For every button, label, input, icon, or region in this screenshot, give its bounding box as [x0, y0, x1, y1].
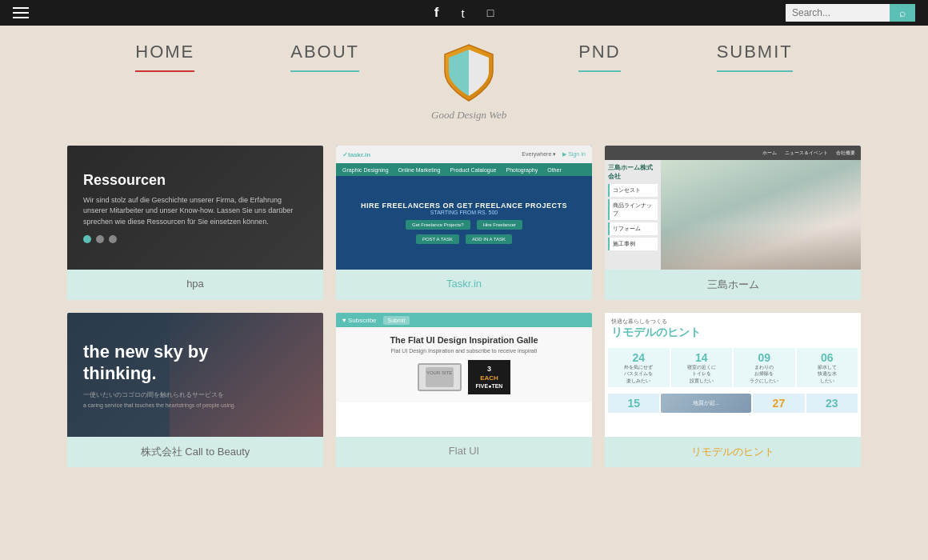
nav-label-pnd: PND: [578, 42, 620, 70]
card-title-flatui: Flat UI: [336, 437, 592, 465]
search-input[interactable]: [786, 4, 890, 22]
site-logo[interactable]: Good Design Web: [407, 42, 530, 122]
nav-item-submit[interactable]: SUBMIT: [669, 42, 841, 72]
ctb-sub: 一使いたいのコゴロの間を触れられるサービスを: [83, 390, 307, 399]
facebook-icon[interactable]: f: [434, 5, 439, 21]
logo-text: Good Design Web: [431, 109, 506, 122]
grid-row-1: Ressourcen Wir sind stolz auf die Geschi…: [48, 146, 880, 300]
taskr-headline: HIRE FREELANCERS OR GET FREELANCE PROJEC…: [361, 202, 567, 210]
taskr-sub: STARTING FROM RS. 500: [430, 210, 498, 215]
card-image-flatui: ♥ Subscribe Submit The Flat UI Design In…: [336, 313, 592, 437]
topbar-social-icons: f t □: [434, 5, 494, 21]
card-title-mishima: 三島ホーム: [605, 270, 861, 300]
card-title-calltobeauty: 株式会社 Call to Beauty: [67, 437, 323, 467]
search-button[interactable]: ⌕: [890, 4, 915, 22]
ctb-headline: the new sky by thinking.: [83, 342, 307, 384]
search-area: ⌕: [786, 4, 915, 22]
card-flatui[interactable]: ♥ Subscribe Submit The Flat UI Design In…: [336, 313, 592, 467]
nav-underline-pnd: [578, 70, 620, 72]
card-image-mishima: ホーム ニュース＆イベント 会社概要 三島ホーム株式会社 コンセスト 商品ライン…: [605, 146, 861, 270]
card-mishima[interactable]: ホーム ニュース＆イベント 会社概要 三島ホーム株式会社 コンセスト 商品ライン…: [605, 146, 861, 300]
twitter-icon[interactable]: t: [462, 6, 465, 20]
card-image-taskr: ✓taskr.in Everywhere ▾ ▶ Sign In Graphic…: [336, 146, 592, 270]
card-grid: Ressourcen Wir sind stolz auf die Geschi…: [0, 130, 928, 483]
rss-icon[interactable]: □: [487, 6, 494, 19]
hpa-headline: Ressourcen: [83, 172, 307, 189]
nav-label-submit: SUBMIT: [717, 42, 793, 70]
card-remodel[interactable]: 快適な暮らしをつくる リモデルのヒント 24 外を気にせずバスタイムを楽しみたい…: [605, 313, 861, 467]
hpa-body: Wir sind stolz auf die Geschichte unsere…: [83, 195, 307, 228]
nav-item-about[interactable]: ABOUT: [242, 42, 407, 72]
nav-label-home: HOME: [135, 42, 194, 70]
card-image-remodel: 快適な暮らしをつくる リモデルのヒント 24 外を気にせずバスタイムを楽しみたい…: [605, 313, 861, 437]
nav-label-about: ABOUT: [290, 42, 359, 70]
card-title-remodel: リモデルのヒント: [605, 437, 861, 467]
card-hpa[interactable]: Ressourcen Wir sind stolz auf die Geschi…: [67, 146, 323, 300]
flatui-desc: Flat UI Design Inspiration and subscribe…: [344, 348, 584, 354]
main-nav: HOME ABOUT Good Design Web PND SUB: [0, 26, 928, 130]
remodel-title: リモデルのヒント: [611, 326, 854, 340]
card-taskr[interactable]: ✓taskr.in Everywhere ▾ ▶ Sign In Graphic…: [336, 146, 592, 300]
grid-row-2: the new sky by thinking. 一使いたいのコゴロの間を触れら…: [48, 313, 880, 467]
nav-underline-submit: [717, 70, 793, 72]
topbar-left: [13, 7, 29, 18]
nav-item-home[interactable]: HOME: [87, 42, 242, 72]
topbar: f t □ ⌕: [0, 0, 928, 26]
flatui-heading: The Flat UI Design Inspiration Galle: [344, 335, 584, 345]
nav-underline-home: [135, 70, 194, 72]
card-calltobeauty[interactable]: the new sky by thinking. 一使いたいのコゴロの間を触れら…: [67, 313, 323, 467]
card-image-calltobeauty: the new sky by thinking. 一使いたいのコゴロの間を触れら…: [67, 313, 323, 437]
card-image-hpa: Ressourcen Wir sind stolz auf die Geschi…: [67, 146, 323, 270]
hamburger-menu-icon[interactable]: [13, 7, 29, 18]
nav-underline-about: [290, 70, 359, 72]
nav-item-pnd[interactable]: PND: [530, 42, 668, 72]
shield-logo-icon: [441, 42, 497, 106]
card-title-hpa: hpa: [67, 270, 323, 298]
card-title-taskr: Taskr.in: [336, 270, 592, 298]
